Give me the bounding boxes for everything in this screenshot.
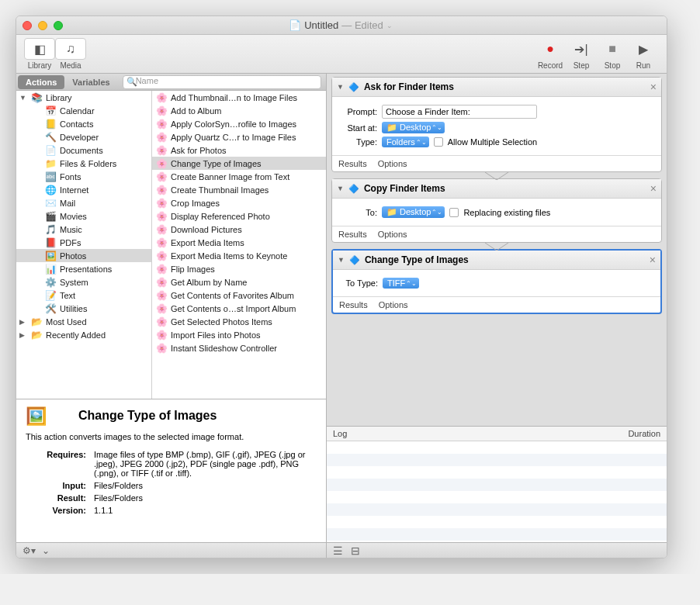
action-label: Apply ColorSyn…rofile to Images [171,119,296,129]
action-item[interactable]: 🌸Add to Album [152,104,326,117]
step-button[interactable]: ➔| Step [566,38,597,70]
action-item[interactable]: 🌸Create Thumbnail Images [152,183,326,196]
category-icon: 🎵 [44,223,57,236]
category-item[interactable]: ⚙️System [16,275,151,289]
flow-view-icon[interactable]: ⊟ [351,544,360,557]
category-item[interactable]: 📁Files & Folders [16,157,151,170]
category-icon: 🌐 [44,184,57,196]
select-dropdown[interactable]: TIFF [383,278,419,289]
search-input[interactable]: 🔍 Name [123,75,321,89]
minimize-window-button[interactable] [38,21,47,30]
action-icon: 🌸 [155,131,168,143]
action-item[interactable]: 🌸Import Files into Photos [152,328,326,341]
category-item[interactable]: ✉️Mail [16,196,151,209]
action-item[interactable]: 🌸Get Contents o…st Import Album [152,302,326,315]
select-dropdown[interactable]: Folders [382,137,429,147]
action-item[interactable]: 🌸Get Album by Name [152,275,326,289]
action-item[interactable]: 🌸Create Banner Image from Text [152,170,326,183]
workflow-step[interactable]: ▼🔷Copy Finder Items×To:📁 DesktopReplacin… [331,178,662,243]
workflow-step[interactable]: ▼🔷Change Type of Images×To Type:TIFFResu… [331,249,662,314]
category-icon: 📕 [44,237,57,249]
list-view-icon[interactable]: ☰ [333,544,343,557]
category-item[interactable]: 🎵Music [16,223,151,236]
collapse-icon[interactable]: ⌄ [42,545,50,556]
category-item[interactable]: 📒Contacts [16,117,151,130]
disclosure-triangle-icon[interactable]: ▼ [337,83,344,91]
action-icon: 🌸 [155,289,168,302]
tab-actions[interactable]: Actions [18,75,64,89]
action-item[interactable]: 🌸Crop Images [152,196,326,209]
preview-icon: 🖼️ [26,406,50,428]
category-item[interactable]: ▶📂Recently Added [16,328,151,341]
close-icon[interactable]: × [650,254,656,266]
options-button[interactable]: Options [378,230,407,239]
options-button[interactable]: Options [379,300,408,309]
category-icon: 📂 [30,316,43,328]
action-item[interactable]: 🌸Apply ColorSyn…rofile to Images [152,117,326,130]
action-icon: 🌸 [155,92,168,104]
library-toggle-button[interactable]: ◧ Library [24,38,55,70]
close-icon[interactable]: × [650,81,657,93]
results-button[interactable]: Results [338,159,367,168]
action-item[interactable]: 🌸Get Contents of Favorites Album [152,289,326,302]
action-item[interactable]: 🌸Ask for Photos [152,143,326,157]
action-item[interactable]: 🌸Download Pictures [152,223,326,236]
tab-variables[interactable]: Variables [64,75,117,89]
category-item[interactable]: ▼📚Library [16,91,151,104]
category-item[interactable]: ▶📂Most Used [16,315,151,328]
run-button[interactable]: ▶ Run [628,38,659,70]
category-item[interactable]: 📊Presentations [16,262,151,275]
disclosure-triangle-icon[interactable]: ▶ [19,331,27,339]
disclosure-triangle-icon[interactable]: ▼ [19,94,27,102]
category-list[interactable]: ▼📚Library📅Calendar📒Contacts🔨Developer📄Do… [16,91,152,399]
results-button[interactable]: Results [339,300,368,309]
action-item[interactable]: 🌸Change Type of Images [152,157,326,170]
action-item[interactable]: 🌸Export Media Items [152,236,326,249]
title-dropdown-icon[interactable]: ⌄ [386,22,393,29]
stop-button[interactable]: ■ Stop [597,38,628,70]
action-item[interactable]: 🌸Get Selected Photos Items [152,315,326,328]
options-button[interactable]: Options [378,159,407,168]
disclosure-triangle-icon[interactable]: ▼ [337,185,344,192]
action-item[interactable]: 🌸Instant Slideshow Controller [152,341,326,354]
zoom-window-button[interactable] [54,21,63,30]
category-item[interactable]: 📄Documents [16,143,151,157]
category-item[interactable]: 📕PDFs [16,236,151,249]
select-dropdown[interactable]: 📁 Desktop [382,206,445,218]
disclosure-triangle-icon[interactable]: ▼ [338,256,345,264]
results-button[interactable]: Results [338,230,367,239]
category-item[interactable]: 🎬Movies [16,209,151,223]
disclosure-triangle-icon[interactable]: ▶ [19,318,27,326]
category-item[interactable]: 🔨Developer [16,130,151,143]
action-item[interactable]: 🌸Export Media Items to Keynote [152,249,326,262]
action-item[interactable]: 🌸Flip Images [152,262,326,275]
category-label: Photos [60,251,86,261]
action-item[interactable]: 🌸Display Referenced Photo [152,209,326,223]
category-item[interactable]: 🌐Internet [16,183,151,196]
record-button[interactable]: ● Record [535,38,566,70]
library-tabs: Actions Variables 🔍 Name [16,74,326,91]
category-item[interactable]: 📅Calendar [16,104,151,117]
category-item[interactable]: 🔤Fonts [16,170,151,183]
action-item[interactable]: 🌸Add Thumbnail…n to Image Files [152,91,326,104]
category-item[interactable]: 📝Text [16,289,151,302]
window-title: Untitled [304,19,338,31]
checkbox[interactable] [449,208,459,217]
text-input[interactable] [382,105,537,119]
category-label: Fonts [60,172,81,182]
select-dropdown[interactable]: 📁 Desktop [382,122,445,133]
close-icon[interactable]: × [650,182,657,195]
action-item[interactable]: 🌸Apply Quartz C…r to Image Files [152,130,326,143]
category-item[interactable]: 🖼️Photos [16,249,151,262]
category-item[interactable]: 🛠️Utilities [16,302,151,315]
action-list[interactable]: 🌸Add Thumbnail…n to Image Files🌸Add to A… [152,91,326,399]
step-header[interactable]: ▼🔷Ask for Finder Items× [332,78,661,97]
workflow-step[interactable]: ▼🔷Ask for Finder Items×Prompt:Start at:📁… [331,77,662,172]
checkbox[interactable] [434,137,443,147]
close-window-button[interactable] [23,21,32,30]
workflow-area[interactable]: ▼🔷Ask for Finder Items×Prompt:Start at:📁… [327,74,667,426]
step-header[interactable]: ▼🔷Change Type of Images× [333,251,660,270]
gear-icon[interactable]: ⚙︎▾ [23,545,36,556]
step-header[interactable]: ▼🔷Copy Finder Items× [332,179,661,199]
media-button[interactable]: ♫ Media [55,38,86,70]
